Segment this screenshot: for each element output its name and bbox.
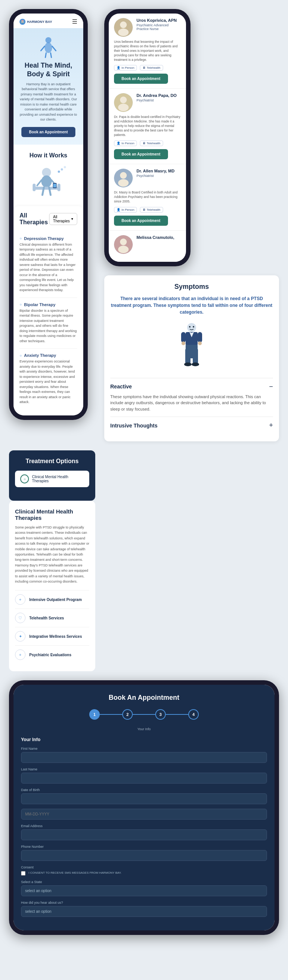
steps-indicator: 1 2 3 4 [21, 709, 267, 720]
doctor-credential: Psychiatrist [136, 99, 181, 102]
service-item: ♡ Telehealth Services [15, 609, 89, 627]
service-item: ✦ Integrative Wellness Services [15, 627, 89, 645]
service-item: + Intensive Outpatient Program [15, 590, 89, 609]
step-line-1 [100, 714, 122, 715]
doctor-info: Dr. Andrea Papa, DO Psychiatrist [136, 93, 181, 112]
service-icon: ♡ [15, 612, 25, 623]
svg-point-25 [118, 104, 129, 111]
first-name-input[interactable] [21, 752, 267, 763]
svg-line-11 [37, 180, 42, 186]
in-person-tag: 👤 In Person [114, 207, 137, 213]
doctor-avatar [114, 18, 133, 37]
svg-point-43 [191, 363, 199, 366]
symptoms-title: Symptoms [110, 283, 273, 291]
hamburger-menu-icon[interactable]: ☰ [72, 18, 77, 25]
first-name-label: First Name [21, 747, 267, 751]
svg-rect-36 [198, 332, 202, 342]
dob-label: Date of Birth [21, 788, 267, 792]
therapy-item: Depression Therapy Clinical depression i… [19, 232, 77, 298]
symptom-accordions: Reactive − These symptoms have the indiv… [110, 378, 273, 434]
svg-point-38 [198, 342, 202, 345]
symptom-accordion-title: Intrusive Thoughts [110, 423, 158, 429]
therapy-name: Anxiety Therapy [19, 353, 77, 358]
state-select[interactable]: select an option [21, 885, 267, 896]
hero-section: Heal The Mind, Body & Spirit Harmony Bay… [14, 28, 83, 145]
therapy-item: Bipolar Therapy Bipolar disorder is a sp… [19, 298, 77, 349]
step-1: 1 [89, 709, 100, 720]
telehealth-tag: 🖥 Telehealth [140, 140, 163, 146]
doctor-book-button[interactable]: Book an Appointment [114, 74, 168, 84]
therapy-list: Depression Therapy Clinical depression i… [19, 232, 77, 409]
doctor-card: Dr. Allen Masry, MD Psychiatrist Dr. Mas… [109, 164, 186, 231]
doctor-book-button[interactable]: Book an Appointment [114, 216, 168, 226]
doctor-name: Dr. Andrea Papa, DO [136, 93, 181, 98]
doctor-avatar [114, 93, 133, 112]
svg-point-18 [61, 168, 63, 170]
doctor-list: Uros Koprivica, APN Psychiatric Advanced… [109, 14, 186, 262]
service-name: Intensive Outpatient Program [29, 598, 82, 602]
symptom-accordion-toggle-icon: + [269, 422, 273, 430]
service-name: Psychiatric Evaluations [29, 653, 71, 657]
hero-description: Harmony Bay is an outpatient behavioral … [19, 82, 77, 123]
referral-label: How did you hear about us? [21, 901, 267, 905]
dob-field: Date of Birth [21, 788, 267, 804]
doctor-credential: Psychiatric Advanced Practice Nurse [136, 23, 181, 31]
step-2: 2 [122, 709, 133, 720]
svg-line-3 [52, 46, 56, 51]
referral-select[interactable]: select an option [21, 906, 267, 917]
monitor-icon: 🖥 [142, 66, 146, 70]
treatment-dropdown[interactable]: ○ Clinical Mental Health Therapies [15, 471, 89, 487]
svg-rect-9 [33, 184, 36, 191]
service-name: Telehealth Services [29, 616, 64, 620]
how-it-works-title: How it Works [19, 152, 77, 159]
clinical-description: Some people with PTSD struggle to physic… [15, 525, 89, 584]
telehealth-tag: 🖥 Telehealth [140, 207, 163, 213]
doctor-card: Dr. Andrea Papa, DO Psychiatrist Dr. Pap… [109, 89, 186, 164]
book-appointment-section: Book An Appointment 1 2 3 [14, 685, 274, 931]
phone-input[interactable] [21, 850, 267, 861]
doctor-info: Uros Koprivica, APN Psychiatric Advanced… [136, 18, 181, 37]
svg-point-28 [118, 179, 129, 187]
svg-point-32 [187, 323, 196, 332]
service-list: + Intensive Outpatient Program ♡ Telehea… [15, 590, 89, 664]
doctors-screen: Uros Koprivica, APN Psychiatric Advanced… [109, 14, 186, 262]
logo: 🏥 HARMONY BAY [19, 19, 52, 25]
therapies-filter-dropdown[interactable]: All Therapies ▾ [49, 213, 77, 225]
therapy-item: Anxiety Therapy Everyone experiences occ… [19, 348, 77, 409]
svg-line-4 [45, 53, 46, 57]
doctor-avatar [114, 169, 133, 188]
in-person-tag: 👤 In Person [114, 140, 137, 146]
symptom-accordion-header[interactable]: Reactive − [110, 383, 273, 391]
email-label: Email Address [21, 824, 267, 828]
doctor-avatar [114, 235, 133, 254]
in-person-tag: 👤 In Person [114, 65, 137, 71]
email-input[interactable] [21, 829, 267, 840]
service-icon: ✦ [15, 631, 25, 641]
svg-point-21 [120, 21, 127, 28]
dob-input[interactable] [21, 793, 267, 804]
logo-icon: 🏥 [19, 19, 25, 25]
svg-rect-14 [53, 184, 56, 188]
last-name-input[interactable] [21, 773, 267, 784]
svg-point-22 [118, 29, 129, 36]
doctor-book-button[interactable]: Book an Appointment [114, 149, 168, 159]
service-icon: + [15, 594, 25, 605]
svg-point-17 [58, 170, 60, 173]
person-icon: 👤 [117, 208, 120, 212]
svg-line-5 [51, 53, 51, 57]
hero-cta-button[interactable]: Book an Appointment [21, 127, 75, 137]
consent-checkbox[interactable] [21, 871, 25, 876]
dob-format-input[interactable] [21, 809, 267, 819]
symptoms-description: There are several indicators that an ind… [110, 295, 273, 315]
service-item: + Psychiatric Evaluations [15, 645, 89, 664]
symptom-accordion-header[interactable]: Intrusive Thoughts + [110, 422, 273, 430]
doctor-card: Uros Koprivica, APN Psychiatric Advanced… [109, 14, 186, 89]
svg-point-24 [120, 97, 127, 103]
book-appointment-screen: Book An Appointment 1 2 3 [14, 685, 274, 931]
consent-row: I CONSENT TO RECEIVE SMS MESSAGES FROM H… [21, 871, 267, 876]
step-label: Your Info [21, 727, 267, 731]
svg-point-37 [182, 342, 185, 345]
symptom-accordion-title: Reactive [110, 383, 132, 390]
symptom-accordion-item: Intrusive Thoughts + [110, 417, 273, 434]
doctor-card-top: Dr. Allen Masry, MD Psychiatrist [114, 169, 181, 188]
